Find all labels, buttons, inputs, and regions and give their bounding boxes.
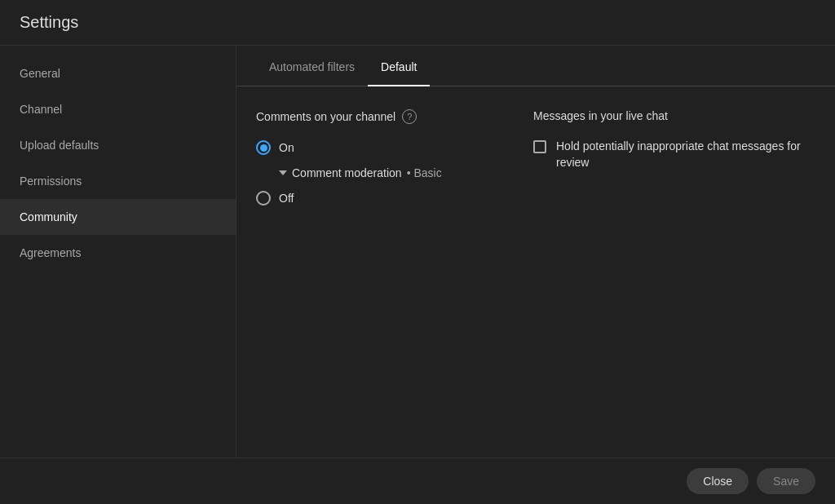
page-title: Settings (20, 13, 78, 31)
live-chat-section-title: Messages in your live chat (533, 109, 815, 122)
inappropriate-messages-checkbox[interactable] (533, 140, 546, 153)
sidebar-item-channel[interactable]: Channel (0, 91, 236, 127)
comment-moderation-item[interactable]: Comment moderation • Basic (279, 166, 484, 179)
radio-on[interactable]: On (256, 140, 484, 155)
tab-bar: Automated filters Default (236, 46, 835, 86)
save-button[interactable]: Save (757, 468, 815, 494)
close-button[interactable]: Close (687, 468, 749, 494)
radio-on-inner (260, 144, 267, 152)
sidebar-item-agreements[interactable]: Agreements (0, 235, 236, 271)
comments-help-icon[interactable]: ? (402, 109, 417, 124)
content-area: Automated filters Default Comments on yo… (236, 46, 835, 458)
radio-on-button[interactable] (256, 140, 271, 155)
tab-automated-filters[interactable]: Automated filters (256, 46, 368, 86)
footer: Close Save (0, 458, 835, 504)
sidebar-item-general[interactable]: General (0, 55, 236, 91)
sidebar-item-permissions[interactable]: Permissions (0, 163, 236, 199)
settings-header: Settings (0, 0, 835, 46)
main-layout: General Channel Upload defaults Permissi… (0, 46, 835, 458)
settings-panel: Comments on your channel ? On Comment mo… (236, 86, 835, 458)
sidebar: General Channel Upload defaults Permissi… (0, 46, 236, 458)
tab-default[interactable]: Default (368, 46, 430, 86)
live-chat-section: Messages in your live chat Hold potentia… (533, 109, 815, 435)
chevron-down-icon (279, 170, 287, 175)
sidebar-item-community[interactable]: Community (0, 199, 236, 235)
radio-off-button[interactable] (256, 191, 271, 206)
comments-section-title: Comments on your channel ? (256, 109, 484, 124)
comments-section: Comments on your channel ? On Comment mo… (256, 109, 484, 435)
sidebar-item-upload-defaults[interactable]: Upload defaults (0, 127, 236, 163)
radio-off[interactable]: Off (256, 191, 484, 206)
inappropriate-messages-checkbox-row: Hold potentially inappropriate chat mess… (533, 139, 815, 170)
